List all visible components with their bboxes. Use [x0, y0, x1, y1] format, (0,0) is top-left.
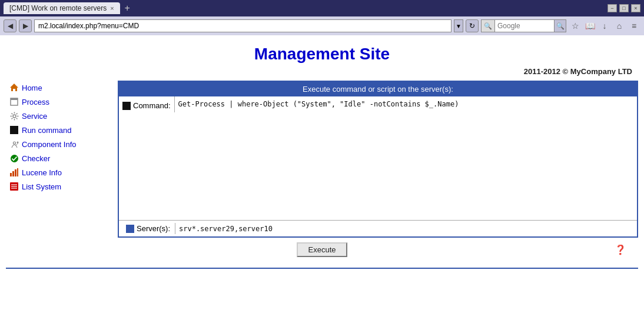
sidebar-item-checker[interactable]: Checker — [6, 151, 118, 165]
back-icon: ◀ — [8, 22, 13, 30]
search-go-button[interactable]: 🔍 — [554, 20, 566, 32]
sidebar: Home Process — [6, 81, 118, 238]
svg-line-14 — [16, 143, 18, 145]
checker-icon — [9, 154, 19, 163]
star-button[interactable]: ☆ — [569, 19, 582, 32]
close-button[interactable]: × — [631, 4, 640, 12]
svg-rect-19 — [15, 169, 16, 176]
refresh-button[interactable]: ↻ — [466, 19, 479, 32]
svg-rect-2 — [11, 98, 18, 100]
title-bar: [CMD] Work on remote servers × + − □ × — [0, 0, 644, 16]
execute-button[interactable]: Execute — [297, 242, 348, 257]
component-info-icon — [9, 139, 19, 149]
sidebar-item-checker-label: Checker — [22, 154, 50, 163]
search-box: 🔍 🔍 — [481, 19, 566, 32]
sidebar-item-list-system[interactable]: List System — [6, 179, 118, 194]
svg-line-8 — [11, 113, 12, 114]
minimize-button[interactable]: − — [608, 4, 617, 12]
menu-button[interactable]: ≡ — [628, 19, 640, 32]
command-row: Command: Get-Process | where-Object ("Sy… — [119, 96, 637, 221]
address-dropdown[interactable]: ▼ — [454, 19, 463, 32]
panel-header: Execute command or script on the server(… — [119, 82, 637, 96]
address-bar: ◀ ▶ ▼ ↻ 🔍 🔍 ☆ 📖 ↓ ⌂ ≡ — [0, 16, 644, 35]
bookmark-button[interactable]: 📖 — [583, 19, 596, 32]
lucene-info-icon — [9, 168, 19, 177]
server-input[interactable] — [175, 224, 633, 234]
tab-bar: [CMD] Work on remote servers × + — [4, 2, 132, 14]
list-system-icon — [9, 182, 19, 191]
active-tab[interactable]: [CMD] Work on remote servers × — [4, 2, 120, 14]
svg-point-16 — [11, 155, 18, 162]
sidebar-item-lucene-info-label: Lucene Info — [22, 168, 62, 177]
company-info: 2011-2012 © MyCompany LTD — [0, 67, 644, 76]
service-icon — [9, 111, 19, 121]
svg-line-11 — [11, 118, 12, 119]
command-icon — [122, 102, 131, 110]
tab-label: [CMD] Work on remote servers — [9, 4, 107, 12]
sidebar-item-process-label: Process — [22, 98, 49, 106]
svg-line-9 — [16, 118, 17, 119]
browser-window: [CMD] Work on remote servers × + − □ × ◀… — [0, 0, 644, 320]
svg-point-3 — [13, 115, 16, 118]
svg-point-15 — [16, 141, 18, 143]
server-label-cell: Server(s): — [122, 223, 175, 234]
home-icon — [9, 83, 19, 92]
restore-button[interactable]: □ — [619, 4, 629, 12]
server-icon — [126, 225, 134, 233]
run-command-icon — [9, 125, 19, 135]
command-textarea[interactable]: Get-Process | where-Object ("System", "I… — [175, 96, 637, 220]
sidebar-item-component-info-label: Component Info — [22, 140, 77, 149]
search-input[interactable] — [495, 20, 554, 32]
page-content: Management Site 2011-2012 © MyCompany LT… — [0, 35, 644, 320]
toolbar-icons: ☆ 📖 ↓ ⌂ ≡ — [569, 19, 640, 32]
search-engine-label: 🔍 — [482, 20, 495, 32]
back-button[interactable]: ◀ — [4, 19, 16, 32]
tab-close-button[interactable]: × — [110, 5, 114, 12]
help-icon[interactable]: ❓ — [615, 244, 626, 255]
home-button[interactable]: ⌂ — [613, 19, 626, 32]
svg-rect-18 — [12, 171, 14, 176]
sidebar-item-run-command-label: Run command — [22, 126, 72, 135]
address-input[interactable] — [34, 19, 452, 32]
sidebar-item-home-label: Home — [22, 84, 42, 92]
svg-rect-12 — [10, 126, 18, 134]
sidebar-item-component-info[interactable]: Component Info — [6, 137, 118, 151]
sidebar-item-list-system-label: List System — [22, 182, 61, 191]
svg-marker-0 — [10, 84, 18, 91]
panel-body: Command: Get-Process | where-Object ("Sy… — [119, 96, 637, 236]
main-panel: Execute command or script on the server(… — [118, 81, 638, 238]
main-layout: Home Process — [0, 81, 644, 238]
command-label: Command: — [133, 101, 171, 110]
sidebar-item-home[interactable]: Home — [6, 81, 118, 95]
server-row: Server(s): — [119, 221, 637, 236]
server-label: Server(s): — [137, 224, 170, 233]
sidebar-item-service[interactable]: Service — [6, 109, 118, 123]
forward-icon: ▶ — [23, 22, 28, 30]
forward-button[interactable]: ▶ — [19, 19, 32, 32]
process-icon — [9, 97, 19, 106]
svg-rect-20 — [17, 168, 18, 176]
sidebar-item-run-command[interactable]: Run command — [6, 123, 118, 137]
svg-line-10 — [16, 113, 17, 114]
execute-row: Execute ❓ — [0, 238, 644, 262]
window-controls: − □ × — [608, 4, 640, 12]
svg-rect-17 — [10, 173, 12, 176]
command-label-cell: Command: — [119, 96, 175, 112]
sidebar-item-lucene-info[interactable]: Lucene Info — [6, 165, 118, 179]
new-tab-button[interactable]: + — [122, 3, 132, 14]
bottom-border — [6, 268, 638, 269]
download-button[interactable]: ↓ — [598, 19, 611, 32]
sidebar-item-process[interactable]: Process — [6, 95, 118, 109]
sidebar-item-service-label: Service — [22, 112, 47, 121]
svg-point-13 — [13, 142, 15, 144]
page-title: Management Site — [0, 45, 644, 64]
page-header: Management Site — [0, 35, 644, 67]
